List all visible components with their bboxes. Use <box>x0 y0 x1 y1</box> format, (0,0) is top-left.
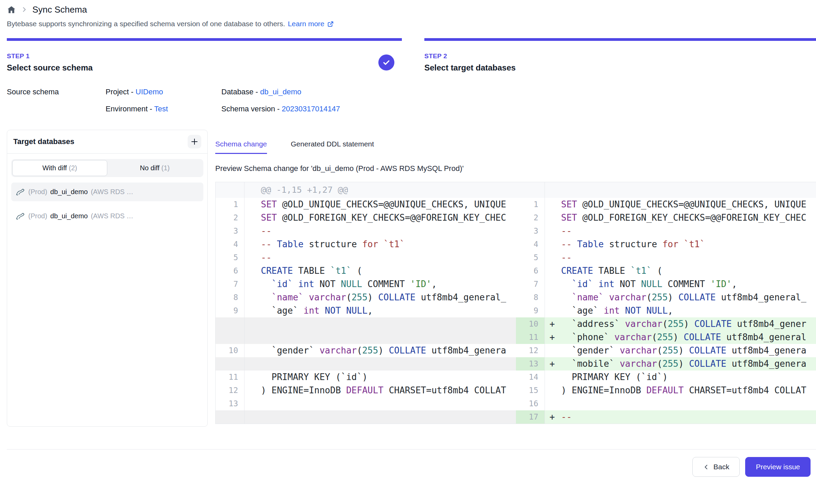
mysql-icon <box>15 211 25 221</box>
diff-code-line-left: ) ENGINE=InnoDB DEFAULT CHARSET=utf8mb4 … <box>244 384 516 397</box>
stepper: STEP 1 Select source schema STEP 2 Selec… <box>7 38 816 73</box>
diff-add-marker: + <box>550 331 555 344</box>
mysql-icon <box>15 187 25 197</box>
diff-code-line-left <box>244 317 516 331</box>
diff-line-number-right: 4 <box>516 238 545 251</box>
diff-code-line-left <box>244 410 516 424</box>
target-database-item[interactable]: (Prod)db_ui_demo(AWS RDS MySQL Prod) <box>11 183 203 201</box>
diff-code-line-right <box>545 182 816 198</box>
source-field-value-link[interactable]: db_ui_demo <box>260 88 301 96</box>
diff-line-number-left <box>216 182 244 198</box>
source-field-value-link[interactable]: Test <box>154 105 168 113</box>
sync-schema-page: Sync Schema Bytebase supports synchroniz… <box>0 0 816 504</box>
diff-code-line-right: +-- <box>545 410 816 424</box>
diff-line-number-left: 10 <box>216 344 244 357</box>
diff-code-line-right: `name` varchar(255) COLLATE utf8mb4_gene… <box>545 291 816 304</box>
breadcrumb: Sync Schema <box>7 0 816 15</box>
diff-line-number-right <box>516 182 545 198</box>
diff-row: 8 `name` varchar(255) COLLATE utf8mb4_ge… <box>216 291 816 304</box>
preview-issue-button-label: Preview issue <box>756 463 800 471</box>
diff-line-number-left <box>216 357 244 371</box>
step-1-title: Select source schema <box>7 63 93 73</box>
diff-line-number-right: 14 <box>516 371 545 384</box>
diff-line-number-left: 1 <box>216 198 244 211</box>
step-2-label: STEP 2 <box>424 52 516 60</box>
diff-line-number-left: 5 <box>216 251 244 264</box>
source-field-environment: Environment - Test <box>106 105 221 113</box>
diff-code-line-right: + `address` varchar(255) COLLATE utf8mb4… <box>545 317 816 331</box>
diff-row: 11+ `phone` varchar(255) COLLATE utf8mb4… <box>216 331 816 344</box>
tab-with-diff[interactable]: With diff (2) <box>12 160 107 176</box>
diff-row: 13+ `mobile` varchar(255) COLLATE utf8mb… <box>216 357 816 371</box>
tab-label: With diff <box>43 164 69 172</box>
add-target-database-button[interactable] <box>188 135 201 148</box>
source-schema-section: Source schema Project - UIDemoDatabase -… <box>7 88 816 113</box>
diff-line-number-left: 13 <box>216 397 244 410</box>
source-field-schema-version: Schema version - 20230317014147 <box>221 105 340 113</box>
diff-code-line-right: `age` int NOT NULL, <box>545 304 816 317</box>
diff-line-number-right: 7 <box>516 278 545 291</box>
tab-generated-ddl-statement[interactable]: Generated DDL statement <box>291 140 374 154</box>
step-2-progress-bar <box>424 38 816 41</box>
target-databases-header: Target databases <box>7 130 207 154</box>
diff-code-line-right: `gender` varchar(255) COLLATE utf8mb4_ge… <box>545 344 816 357</box>
source-field-label: Environment - <box>106 105 154 113</box>
diff-row: 12) ENGINE=InnoDB DEFAULT CHARSET=utf8mb… <box>216 384 816 397</box>
home-icon[interactable] <box>7 5 16 14</box>
preview-tabs: Schema changeGenerated DDL statement <box>215 140 816 154</box>
target-database-item[interactable]: (Prod)db_ui_demo(AWS RDS MySQL Prod) <box>11 207 203 225</box>
diff-code-line-right: -- Table structure for `t1` <box>545 238 816 251</box>
diff-code-line-right: CREATE TABLE `t1` ( <box>545 264 816 278</box>
learn-more-link[interactable]: Learn more <box>288 20 334 28</box>
diff-table: @@ -1,15 +1,27 @@1SET @OLD_UNIQUE_CHECKS… <box>215 182 816 424</box>
diff-code-line-left: PRIMARY KEY (`id`) <box>244 371 516 384</box>
diff-line-number-right: 17 <box>516 410 545 424</box>
diff-code-line-left <box>244 357 516 371</box>
target-databases-panel: Target databases With diff (2)No diff (1… <box>7 130 208 427</box>
diff-row: 9 `age` int NOT NULL,9 `age` int NOT NUL… <box>216 304 816 317</box>
diff-line-number-right: 12 <box>516 344 545 357</box>
tab-schema-change[interactable]: Schema change <box>215 140 267 154</box>
database-instance: (AWS RDS MySQL Prod) <box>91 212 138 220</box>
source-field-label: Project - <box>106 88 136 96</box>
diff-row: 1SET @OLD_UNIQUE_CHECKS=@@UNIQUE_CHECKS,… <box>216 198 816 211</box>
preview-issue-button[interactable]: Preview issue <box>745 457 811 477</box>
database-instance: (AWS RDS MySQL Prod) <box>91 188 138 196</box>
diff-hunk-header: @@ -1,15 +1,27 @@ <box>244 182 516 198</box>
step-completed-check-icon <box>378 54 394 70</box>
database-environment: (Prod) <box>28 188 47 196</box>
diff-add-marker: + <box>550 317 555 331</box>
diff-code-line-left: CREATE TABLE `t1` ( <box>244 264 516 278</box>
diff-line-number-left: 7 <box>216 278 244 291</box>
source-field-value-link[interactable]: UIDemo <box>136 88 163 96</box>
tab-no-diff[interactable]: No diff (1) <box>107 160 202 176</box>
chevron-right-icon <box>21 6 28 13</box>
diff-code-line-left: `gender` varchar(255) COLLATE utf8mb4_ge… <box>244 344 516 357</box>
diff-code-line-right: SET @OLD_UNIQUE_CHECKS=@@UNIQUE_CHECKS, … <box>545 198 816 211</box>
diff-code-line-left <box>244 331 516 344</box>
diff-row: 10 `gender` varchar(255) COLLATE utf8mb4… <box>216 344 816 357</box>
preview-title: Preview Schema change for 'db_ui_demo (P… <box>215 164 816 173</box>
source-field-database: Database - db_ui_demo <box>221 88 340 96</box>
diff-code-line-right: `id` int NOT NULL COMMENT 'ID', <box>545 278 816 291</box>
target-databases-title: Target databases <box>13 137 74 146</box>
diff-row: 17+-- <box>216 410 816 424</box>
diff-code-line-right <box>545 397 816 410</box>
page-title: Sync Schema <box>32 4 87 15</box>
diff-code-line-right: -- <box>545 251 816 264</box>
diff-line-number-left: 8 <box>216 291 244 304</box>
source-field-label: Database - <box>221 88 260 96</box>
plus-icon <box>190 138 199 146</box>
tab-count: (2) <box>69 164 77 172</box>
diff-row: 2SET @OLD_FOREIGN_KEY_CHECKS=@@FOREIGN_K… <box>216 211 816 224</box>
source-field-value-link[interactable]: 20230317014147 <box>282 105 340 113</box>
diff-code-line-left: SET @OLD_FOREIGN_KEY_CHECKS=@@FOREIGN_KE… <box>244 211 516 224</box>
diff-add-marker: + <box>550 357 555 371</box>
diff-line-number-left: 12 <box>216 384 244 397</box>
target-database-list: (Prod)db_ui_demo(AWS RDS MySQL Prod)(Pro… <box>7 177 207 231</box>
step-1: STEP 1 Select source schema <box>7 38 402 73</box>
diff-code-line-left: SET @OLD_UNIQUE_CHECKS=@@UNIQUE_CHECKS, … <box>244 198 516 211</box>
database-name: db_ui_demo <box>50 188 88 196</box>
diff-line-number-left <box>216 410 244 424</box>
back-button[interactable]: Back <box>692 457 740 477</box>
